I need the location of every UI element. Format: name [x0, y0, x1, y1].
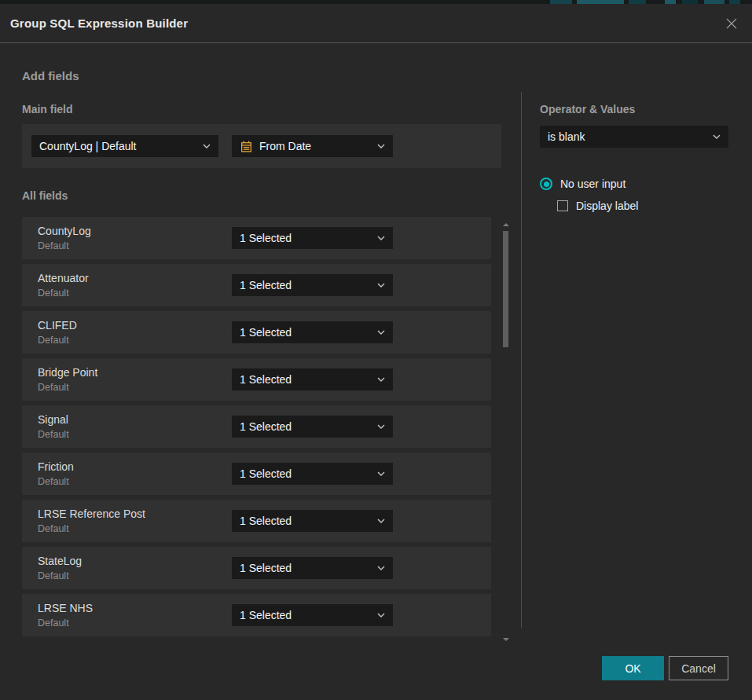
- field-row: StateLog Default 1 Selected: [22, 547, 491, 589]
- no-user-input-label: No user input: [560, 178, 625, 190]
- field-selected-value: 1 Selected: [240, 373, 371, 386]
- main-field-panel: CountyLog | Default: [22, 124, 501, 168]
- chevron-down-icon: [371, 519, 385, 523]
- field-selected-dropdown[interactable]: 1 Selected: [232, 416, 393, 438]
- operator-value: is blank: [548, 130, 706, 143]
- field-name: CLIFED: [38, 319, 77, 332]
- field-selected-dropdown[interactable]: 1 Selected: [232, 604, 393, 626]
- field-name: Attenuator: [38, 272, 89, 285]
- field-name: Friction: [38, 460, 74, 474]
- field-selected-dropdown[interactable]: 1 Selected: [232, 510, 393, 532]
- panel-divider: [521, 92, 522, 629]
- field-subtitle: Default: [38, 240, 91, 251]
- chevron-down-icon: [371, 330, 385, 335]
- display-label-label: Display label: [576, 200, 638, 212]
- group-sql-expression-builder-dialog: Group SQL Expression Builder Add fields …: [0, 4, 752, 700]
- field-selected-value: 1 Selected: [240, 515, 371, 527]
- chevron-down-icon: [371, 613, 385, 618]
- checkbox-unchecked-icon: [557, 200, 568, 211]
- scrollbar-thumb[interactable]: [503, 231, 508, 347]
- field-selected-dropdown[interactable]: 1 Selected: [232, 557, 393, 579]
- chevron-down-icon: [706, 134, 721, 139]
- field-name: LRSE NHS: [38, 602, 93, 615]
- field-name: CountyLog: [38, 225, 91, 238]
- all-fields-list: CountyLog Default 1 Selected Attenuator …: [22, 217, 509, 636]
- chevron-down-icon: [371, 283, 385, 288]
- field-row: Friction Default 1 Selected: [22, 453, 491, 495]
- close-button[interactable]: [724, 16, 739, 31]
- chevron-down-icon: [196, 144, 211, 148]
- field-subtitle: Default: [38, 570, 82, 581]
- field-name: StateLog: [38, 555, 82, 568]
- cancel-button[interactable]: Cancel: [669, 656, 728, 680]
- display-label-checkbox[interactable]: Display label: [557, 200, 728, 212]
- scrollbar-up-icon[interactable]: [503, 223, 509, 226]
- field-selected-value: 1 Selected: [240, 232, 371, 244]
- list-scrollbar[interactable]: [502, 218, 509, 641]
- field-row: LRSE NHS Default 1 Selected: [22, 594, 491, 636]
- field-row: LRSE Reference Post Default 1 Selected: [22, 500, 491, 542]
- field-row: Signal Default 1 Selected: [22, 405, 491, 448]
- field-row: Bridge Point Default 1 Selected: [22, 358, 491, 401]
- field-selected-value: 1 Selected: [240, 279, 371, 291]
- all-fields-label: All fields: [22, 189, 503, 202]
- field-selected-dropdown[interactable]: 1 Selected: [232, 274, 393, 296]
- main-field-layer-dropdown[interactable]: CountyLog | Default: [31, 135, 218, 157]
- field-name: Bridge Point: [38, 366, 97, 379]
- field-subtitle: Default: [38, 382, 97, 393]
- field-subtitle: Default: [38, 429, 69, 440]
- field-subtitle: Default: [38, 335, 77, 346]
- field-name: Signal: [38, 413, 69, 427]
- chevron-down-icon: [371, 471, 385, 476]
- field-selected-value: 1 Selected: [240, 326, 371, 339]
- operator-dropdown[interactable]: is blank: [540, 126, 728, 148]
- field-row: CountyLog Default 1 Selected: [22, 217, 491, 259]
- field-subtitle: Default: [38, 476, 74, 487]
- field-selected-value: 1 Selected: [240, 562, 371, 574]
- field-subtitle: Default: [38, 618, 93, 629]
- scrollbar-down-icon[interactable]: [503, 638, 509, 641]
- dialog-footer: OK Cancel: [0, 656, 752, 700]
- field-name: LRSE Reference Post: [38, 508, 145, 521]
- close-icon: [725, 17, 738, 30]
- field-subtitle: Default: [38, 288, 89, 299]
- field-row: Attenuator Default 1 Selected: [22, 264, 491, 306]
- field-selected-dropdown[interactable]: 1 Selected: [232, 227, 393, 249]
- operator-values-heading: Operator & Values: [540, 103, 728, 115]
- field-subtitle: Default: [38, 523, 145, 534]
- field-selected-value: 1 Selected: [240, 420, 371, 433]
- field-selected-value: 1 Selected: [240, 467, 371, 480]
- radio-selected-icon: [540, 178, 552, 190]
- no-user-input-radio[interactable]: No user input: [540, 178, 728, 190]
- chevron-down-icon: [371, 144, 385, 148]
- calendar-icon: [240, 140, 253, 153]
- main-field-field-value: From Date: [259, 140, 365, 152]
- chevron-down-icon: [371, 236, 385, 240]
- chevron-down-icon: [371, 424, 385, 429]
- main-field-layer-value: CountyLog | Default: [39, 140, 196, 152]
- field-row: CLIFED Default 1 Selected: [22, 311, 491, 354]
- dialog-title: Group SQL Expression Builder: [10, 16, 188, 30]
- chevron-down-icon: [371, 566, 385, 570]
- field-selected-dropdown[interactable]: 1 Selected: [232, 321, 393, 343]
- main-field-label: Main field: [22, 103, 503, 115]
- field-selected-value: 1 Selected: [240, 609, 371, 621]
- dialog-header: Group SQL Expression Builder: [0, 4, 752, 43]
- add-fields-heading: Add fields: [22, 69, 503, 82]
- chevron-down-icon: [371, 377, 385, 382]
- main-field-field-dropdown[interactable]: From Date: [232, 135, 393, 157]
- field-selected-dropdown[interactable]: 1 Selected: [232, 463, 393, 485]
- ok-button[interactable]: OK: [602, 656, 664, 680]
- field-selected-dropdown[interactable]: 1 Selected: [232, 368, 393, 390]
